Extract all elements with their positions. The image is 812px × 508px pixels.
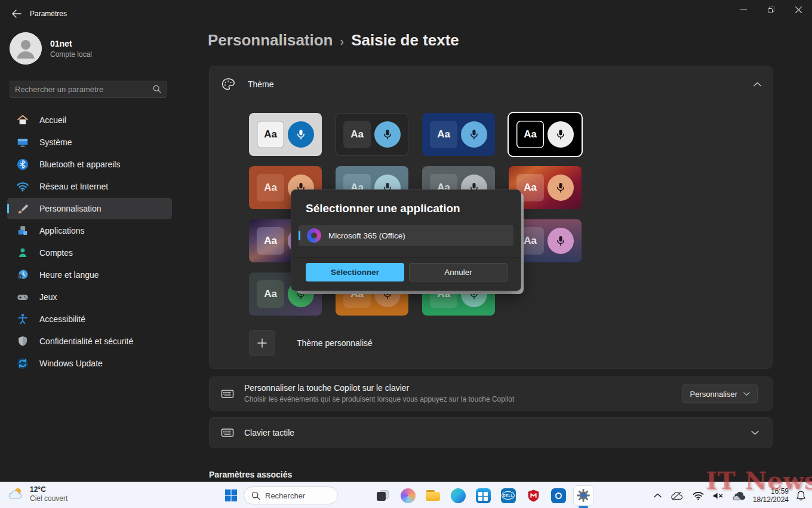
sidebar-item-confidentialite[interactable]: Confidentialité et sécurité [7,330,172,352]
task-view-icon [375,488,390,503]
chevron-up-icon[interactable] [753,82,761,87]
maximize-button[interactable] [757,0,785,19]
breadcrumb-parent[interactable]: Personnalisation [208,31,333,50]
microsoft-store-button[interactable] [470,482,496,508]
weather-tray-icon[interactable] [731,489,747,502]
dell-button[interactable]: DELL [496,482,521,508]
sidebar-item-jeux[interactable]: Jeux [7,286,172,308]
microphone-icon [461,121,487,148]
privacy-shield-icon [16,334,30,348]
close-button[interactable] [785,0,812,19]
microsoft-365-icon [307,228,321,243]
chevron-down-icon[interactable] [751,430,759,435]
touch-keyboard-title: Clavier tactile [244,428,294,437]
maximize-restore-icon [768,7,774,13]
sidebar-item-accueil[interactable]: Accueil [7,109,172,131]
theme-tile-dark[interactable]: Aa [336,113,408,156]
weather-widget[interactable]: 12°C Ciel couvert [7,485,67,503]
avatar [10,32,42,65]
sidebar-item-windows-update[interactable]: Windows Update [7,353,172,374]
file-explorer-button[interactable] [420,482,445,508]
minimize-button[interactable] [730,0,757,19]
theme-section-header[interactable]: Thème [210,66,772,102]
system-icon [16,135,30,149]
cancel-button[interactable]: Annuler [409,263,508,281]
theme-tile-blue[interactable]: Aa [422,113,495,156]
settings-button-active[interactable] [571,482,596,508]
breadcrumb: Personnalisation › Saisie de texte [208,31,459,50]
sidebar-item-comptes[interactable]: Comptes [7,242,172,264]
back-button[interactable] [8,7,24,20]
minimize-icon [740,7,747,13]
microphone-icon [374,121,401,148]
dell-label: DELL [502,491,515,500]
copilot-key-subtitle: Choisir les événements qui se produisent… [244,395,514,403]
onedrive-cloud-icon[interactable] [669,489,685,502]
personalization-brush-icon [16,201,30,216]
microphone-icon [548,175,574,201]
sidebar-item-applications[interactable]: Applications [7,220,172,241]
sidebar-nav: Accueil Système Bluetooth et appareils R… [2,109,177,375]
palette-icon [220,76,236,92]
theme-section-title: Thème [248,79,274,89]
taskbar-search-label: Rechercher [265,491,305,500]
page-title: Saisie de texte [351,31,459,50]
copilot-button[interactable] [395,482,420,508]
outlook-button[interactable] [546,482,571,508]
system-tray: 16:59 18/12/2024 [653,482,807,508]
edge-button[interactable] [445,482,470,508]
theme-tile-contrast-black[interactable]: Aa [509,113,582,156]
touch-keyboard-icon [220,426,235,440]
microphone-icon [288,121,314,148]
home-icon [16,113,30,127]
mcafee-shield-icon [526,488,541,503]
theme-tile-text-sample: Aa [257,227,284,255]
tray-date: 18/12/2024 [753,495,789,504]
sidebar-item-accessibilite[interactable]: Accessibilité [7,308,172,330]
task-view-button[interactable] [370,482,395,508]
copilot-icon [401,488,416,503]
start-button[interactable] [223,488,239,503]
theme-tile-text-sample: Aa [257,174,284,201]
sidebar-item-systeme[interactable]: Système [7,131,172,153]
sidebar-item-heure-langue[interactable]: Heure et langue [7,264,172,286]
select-button[interactable]: Sélectionner [306,263,404,281]
settings-search-input[interactable] [15,85,153,94]
apps-icon [16,224,30,238]
tray-time: 16:59 [753,487,789,495]
clock[interactable]: 16:59 18/12/2024 [753,487,789,504]
taskbar-search[interactable]: Rechercher [244,486,338,504]
touch-keyboard-section[interactable]: Clavier tactile [209,417,773,448]
sidebar-item-bluetooth[interactable]: Bluetooth et appareils [7,154,172,175]
window-title: Paramètres [30,10,67,18]
copilot-key-title: Personnaliser la touche Copilot sur le c… [244,383,409,393]
search-icon [153,85,161,93]
notifications-bell-icon[interactable] [795,489,807,502]
taskbar: 12°C Ciel couvert Rechercher [0,482,812,508]
account-profile[interactable]: 01net Compte local [10,32,92,65]
wifi-icon[interactable] [691,490,705,501]
close-icon [795,7,802,13]
selected-indicator [299,231,300,240]
file-explorer-icon [425,488,441,503]
volume-muted-icon[interactable] [711,490,725,501]
keyboard-icon [220,387,235,401]
theme-tile-light[interactable]: Aa [249,113,322,156]
copilot-key-dropdown[interactable]: Personnaliser [682,384,758,403]
windows-update-icon [16,356,30,371]
edge-icon [451,488,466,503]
sidebar-item-reseau[interactable]: Réseau et Internet [7,176,172,197]
custom-theme-row[interactable]: Thème personnalisé [249,330,373,356]
sidebar-item-personnalisation[interactable]: Personnalisation [7,198,172,219]
network-wifi-icon [16,179,30,194]
app-list-item-microsoft-365[interactable]: Microsoft 365 (Office) [299,225,513,246]
hidden-icons-chevron[interactable] [653,492,663,499]
accessibility-icon [16,312,30,326]
app-picker-dialog: Sélectionner une application Microsoft 3… [291,189,521,291]
microphone-icon [548,228,574,254]
add-custom-theme-button[interactable] [249,330,275,356]
settings-search[interactable] [10,81,167,97]
chevron-up-icon [654,493,662,498]
mcafee-button[interactable] [521,482,546,508]
outlook-icon [551,488,566,503]
